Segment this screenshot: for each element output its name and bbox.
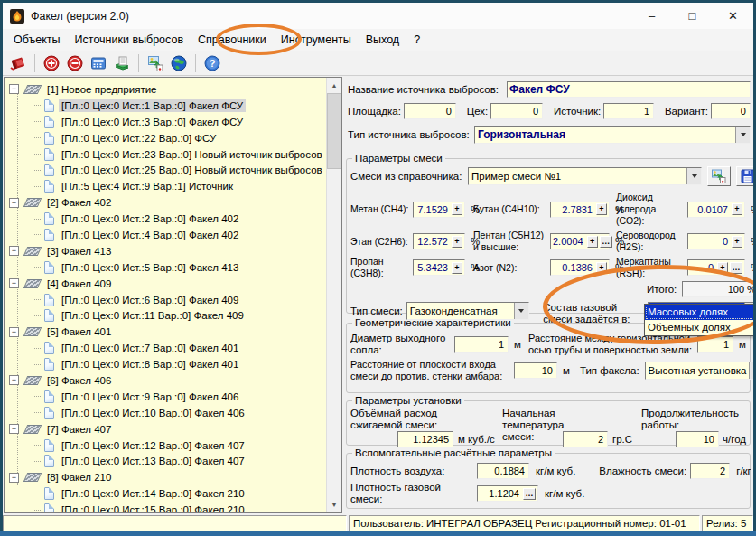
tree-item[interactable]: [Пл.:0 Цех:0 Ист.:2 Вар.:0] Факел 402 xyxy=(5,211,325,227)
minimize-button[interactable]: – xyxy=(631,3,672,29)
expand-collapse-icon[interactable]: − xyxy=(9,424,19,434)
red-book-icon[interactable] xyxy=(6,52,30,74)
plus-button[interactable]: + xyxy=(452,203,462,215)
ellipsis-button[interactable]: … xyxy=(523,488,536,500)
tree-item[interactable]: [Пл.:0 Цех:0 Ист.:9 Вар.:0] Факел 406 xyxy=(5,389,325,405)
component-input[interactable]: 0.1386+ xyxy=(550,259,610,276)
tree-group[interactable]: −[5] Факел 401 xyxy=(5,324,325,340)
tree-item[interactable]: [Пл.:0 Цех:0 Ист.:15 Вар.:0] Факел 210 xyxy=(5,502,325,512)
tree-item[interactable]: [Пл.:0 Цех:0 Ист.:6 Вар.:0] Факел 409 xyxy=(5,292,325,308)
tree-group[interactable]: −[2] Факел 402 xyxy=(5,194,325,211)
expand-collapse-icon[interactable]: − xyxy=(9,473,19,483)
tree-item[interactable]: [Пл.:5 Цех:4 Ист.:9 Вар.:1] Источник xyxy=(5,178,325,194)
tree-group[interactable]: −[8] Факел 210 xyxy=(5,469,325,485)
tree-item[interactable]: [Пл.:0 Цех:0 Ист.:14 Вар.:0] Факел 210 xyxy=(5,485,325,502)
tree-scrollbar[interactable]: ▲ ▼ xyxy=(326,78,341,512)
axis-height-input[interactable]: 1 xyxy=(697,336,733,353)
import-mixture-image-button[interactable] xyxy=(707,166,731,186)
tree-group[interactable]: −[1] Новое предприятие xyxy=(5,81,325,98)
tree-item[interactable]: [Пл.:0 Цех:0 Ист.:4 Вар.:0] Факел 402 xyxy=(5,227,325,243)
tree-item[interactable]: [Пл.:0 Цех:0 Ист.:12 Вар.:0] Факел 407 xyxy=(5,437,325,454)
dropdown-option-volume-fractions[interactable]: Объёмных долях xyxy=(645,320,756,335)
plus-button[interactable]: + xyxy=(596,203,607,215)
expand-collapse-icon[interactable]: − xyxy=(9,327,19,337)
tree-item[interactable]: [Пл.:0 Цех:0 Ист.:3 Вар.:0] Факел ФСУ xyxy=(5,114,325,130)
remove-circle-icon[interactable] xyxy=(63,52,87,74)
component-input[interactable]: 0+ xyxy=(687,233,745,249)
nozzle-diameter-input[interactable]: 1 xyxy=(454,336,509,353)
source-type-combobox[interactable]: Горизонтальная xyxy=(474,126,751,144)
menu-objects[interactable]: Объекты xyxy=(6,31,68,49)
expand-collapse-icon[interactable]: − xyxy=(9,84,19,94)
help-icon[interactable]: ? xyxy=(201,52,224,74)
component-input[interactable]: 0+… xyxy=(687,259,745,276)
plus-button[interactable]: + xyxy=(452,236,462,248)
inlet-distance-input[interactable]: 10 xyxy=(514,362,557,379)
component-input[interactable]: 12.572+ xyxy=(413,233,465,249)
tree-item[interactable]: [Пл.:0 Цех:0 Ист.:8 Вар.:0] Факел 401 xyxy=(5,356,325,372)
menu-directories[interactable]: Справочники xyxy=(191,31,274,49)
plus-button[interactable]: + xyxy=(717,262,728,274)
chevron-down-icon[interactable] xyxy=(735,127,750,143)
report-book-icon[interactable] xyxy=(110,52,134,74)
calculator-icon[interactable] xyxy=(87,52,110,74)
scroll-down-icon[interactable]: ▼ xyxy=(327,497,341,512)
plus-button[interactable]: + xyxy=(587,236,598,248)
tree-item[interactable]: [Пл.:0 Цех:0 Ист.:22 Вар.:0] ФСУ xyxy=(5,130,325,146)
tree-group[interactable]: −[6] Факел 406 xyxy=(5,372,325,389)
shop-input[interactable]: 0 xyxy=(490,103,543,119)
air-density-input[interactable]: 0.1884 xyxy=(477,463,529,479)
dropdown-option-mass-fractions[interactable]: Массовых долях xyxy=(645,305,756,320)
source-number-input[interactable]: 1 xyxy=(603,103,654,119)
globe-icon[interactable] xyxy=(167,52,191,74)
tree-item[interactable]: [Пл.:0 Цех:0 Ист.:13 Вар.:0] Факел 407 xyxy=(5,453,325,469)
menu-exit[interactable]: Выход xyxy=(359,31,406,49)
component-input[interactable]: 0.0107+ xyxy=(687,202,745,218)
image-export-icon[interactable] xyxy=(144,52,167,74)
tree-group[interactable]: −[7] Факел 407 xyxy=(5,421,325,437)
expand-collapse-icon[interactable]: − xyxy=(9,246,19,256)
flare-type-combobox[interactable]: Высотная установка xyxy=(645,362,756,380)
tree-group[interactable]: −[3] Факел 413 xyxy=(5,243,325,259)
menu-emission-sources[interactable]: Источники выбросов xyxy=(68,31,191,49)
duration-input[interactable]: 10 xyxy=(676,431,719,447)
humidity-input[interactable]: 2 xyxy=(690,463,730,479)
tree-item[interactable]: [Пл.:0 Цех:0 Ист.:10 Вар.:0] Факел 406 xyxy=(5,405,325,421)
component-input[interactable]: 5.3423+ xyxy=(413,259,465,276)
scroll-up-icon[interactable]: ▲ xyxy=(327,78,341,93)
menu-help[interactable]: ? xyxy=(406,31,427,49)
component-input[interactable]: 7.1529+ xyxy=(413,202,465,218)
component-pentane: Пентан (C5H12) и высшие: 2.0004+… % xyxy=(473,230,612,253)
tree-item[interactable]: [Пл.:0 Цех:0 Ист.:1 Вар.:0] Факел ФСУ xyxy=(5,98,325,114)
component-input[interactable]: 2.0004+… xyxy=(550,233,610,249)
plus-button[interactable]: + xyxy=(452,262,462,274)
close-button[interactable]: ✕ xyxy=(713,3,753,29)
area-input[interactable]: 0 xyxy=(404,103,456,119)
ellipsis-button[interactable]: … xyxy=(730,262,742,274)
scrollbar-thumb[interactable] xyxy=(327,93,341,169)
expand-collapse-icon[interactable]: − xyxy=(9,375,19,385)
plus-button[interactable]: + xyxy=(596,262,607,274)
ellipsis-button[interactable]: … xyxy=(600,236,612,248)
plus-button[interactable]: + xyxy=(732,236,742,248)
temperature-input[interactable]: 2 xyxy=(563,431,608,447)
variant-input[interactable]: 0 xyxy=(711,103,751,119)
gas-density-input[interactable]: 1.1204… xyxy=(477,485,538,502)
tree-item[interactable]: [Пл.:0 Цех:0 Ист.:5 Вар.:0] Факел 413 xyxy=(5,259,325,276)
source-name-input[interactable]: Факел ФСУ xyxy=(507,81,751,98)
add-circle-icon[interactable] xyxy=(40,52,63,74)
expand-collapse-icon[interactable]: − xyxy=(9,198,19,208)
tree-item[interactable]: [Пл.:0 Цех:0 Ист.:7 Вар.:0] Факел 401 xyxy=(5,340,325,356)
plus-button[interactable]: + xyxy=(732,203,742,215)
tree-group[interactable]: −[4] Факел 409 xyxy=(5,276,325,292)
tree-item[interactable]: [Пл.:0 Цех:0 Ист.:25 Вар.:0] Новый источ… xyxy=(5,162,325,178)
flow-input[interactable]: 1.12345 xyxy=(397,431,453,447)
mixture-directory-combobox[interactable]: Пример смеси №1 xyxy=(468,167,702,185)
chevron-down-icon[interactable] xyxy=(686,168,701,184)
expand-collapse-icon[interactable]: − xyxy=(9,278,19,288)
tree-item[interactable]: [Пл.:0 Цех:0 Ист.:11 Вар.:0] Факел 409 xyxy=(5,307,325,324)
tree-item[interactable]: [Пл.:0 Цех:0 Ист.:23 Вар.:0] Новый источ… xyxy=(5,146,325,163)
component-input[interactable]: 2.7831+ xyxy=(550,202,610,218)
menu-tools[interactable]: Инструменты xyxy=(274,31,359,49)
maximize-button[interactable]: □ xyxy=(672,3,713,29)
